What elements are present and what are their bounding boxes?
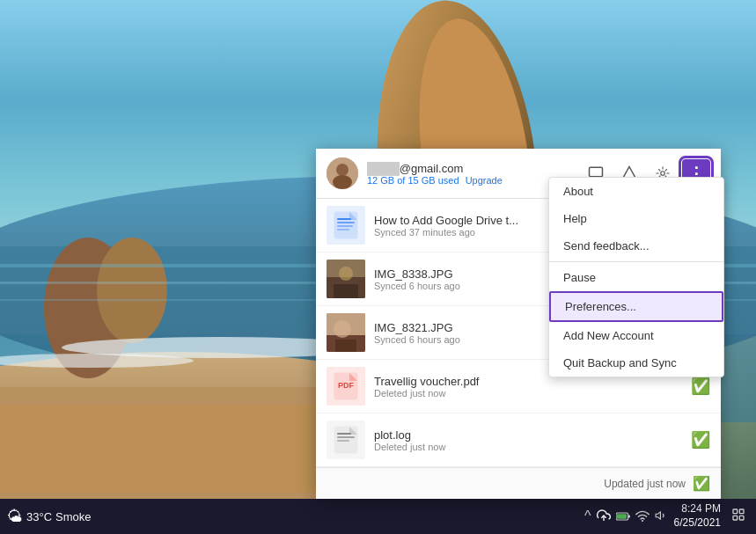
context-menu: About Help Send feedback... Pause Prefer… — [548, 177, 724, 377]
condition-text: Smoke — [55, 510, 91, 523]
svg-rect-26 — [337, 218, 351, 220]
file-name-log: plot.log — [374, 428, 682, 442]
svg-point-24 — [661, 172, 665, 176]
file-thumbnail-img8321 — [327, 313, 365, 352]
svg-text:PDF: PDF — [338, 381, 355, 390]
svg-rect-41 — [337, 433, 351, 435]
svg-point-32 — [339, 267, 353, 281]
weather-icon: 🌤 — [7, 508, 23, 526]
file-info-pdf: Travellig voucher.pdf Deleted just now — [374, 375, 682, 399]
svg-rect-51 — [733, 509, 738, 514]
email-domain: @gmail.com — [400, 162, 463, 175]
menu-item-send-feedback[interactable]: Send feedback... — [549, 232, 723, 260]
svg-point-49 — [642, 520, 643, 522]
menu-item-about[interactable]: About — [549, 178, 723, 205]
svg-rect-53 — [733, 516, 738, 520]
svg-rect-15 — [0, 405, 352, 493]
battery-icon — [616, 509, 630, 523]
storage-text: 12 GB of 15 GB used — [367, 175, 459, 186]
svg-rect-28 — [337, 225, 353, 227]
svg-rect-48 — [616, 514, 626, 519]
panel-header: ████@gmail.com 12 GB of 15 GB used Upgra… — [316, 149, 721, 199]
file-thumbnail-img8338 — [327, 260, 365, 298]
file-thumbnail-log — [327, 421, 365, 459]
svg-rect-54 — [739, 516, 744, 520]
panel-footer: Updated just now ✅ — [316, 467, 721, 499]
svg-point-36 — [334, 320, 351, 338]
account-info: ████@gmail.com 12 GB of 15 GB used Upgra… — [367, 162, 575, 186]
file-status-log: Deleted just now — [374, 442, 682, 452]
file-thumbnail-doc — [327, 206, 365, 245]
svg-rect-37 — [335, 340, 356, 352]
menu-item-preferences[interactable]: Preferences... — [549, 291, 723, 322]
menu-item-quit[interactable]: Quit Backup and Sync — [549, 349, 723, 377]
chevron-up-icon[interactable]: ^ — [584, 508, 591, 524]
taskbar-right: ^ — [584, 502, 749, 530]
menu-item-help[interactable]: Help — [549, 205, 723, 232]
footer-check-icon: ✅ — [693, 475, 710, 492]
time-display: 8:24 PM — [674, 502, 721, 516]
svg-rect-29 — [337, 229, 349, 230]
svg-rect-19 — [590, 167, 603, 177]
file-thumbnail-pdf: PDF — [327, 367, 365, 406]
taskbar-weather: 🌤 33°C Smoke — [7, 508, 92, 526]
file-info-log: plot.log Deleted just now — [374, 428, 682, 452]
svg-rect-47 — [628, 515, 630, 517]
upgrade-link[interactable]: Upgrade — [466, 175, 503, 186]
svg-point-18 — [333, 175, 352, 189]
svg-point-17 — [336, 164, 349, 176]
volume-icon — [655, 509, 667, 524]
menu-item-add-account[interactable]: Add New Account — [549, 322, 723, 349]
taskbar: 🌤 33°C Smoke ^ — [0, 499, 756, 534]
email-display: ████@gmail.com — [367, 162, 575, 175]
file-item-log[interactable]: plot.log Deleted just now ✅ — [316, 413, 721, 467]
taskbar-left: 🌤 33°C Smoke — [7, 508, 584, 526]
cloud-upload-icon[interactable] — [597, 508, 611, 525]
footer-status-text: Updated just now — [604, 478, 686, 490]
file-check-pdf: ✅ — [691, 377, 710, 396]
svg-rect-33 — [334, 284, 358, 298]
system-tray: ^ — [584, 508, 667, 525]
user-avatar — [327, 157, 358, 189]
file-check-log: ✅ — [691, 430, 710, 450]
blurred-prefix: ████ — [367, 162, 400, 175]
svg-rect-43 — [337, 440, 349, 442]
svg-point-9 — [97, 238, 167, 343]
svg-rect-52 — [739, 509, 744, 514]
taskbar-time: 8:24 PM 6/25/2021 — [674, 502, 721, 530]
svg-rect-42 — [337, 436, 355, 438]
menu-divider-1 — [549, 261, 723, 262]
svg-rect-27 — [337, 222, 355, 223]
storage-info: 12 GB of 15 GB used Upgrade — [367, 175, 575, 186]
menu-item-pause[interactable]: Pause — [549, 264, 723, 291]
file-status-pdf: Deleted just now — [374, 388, 682, 399]
wifi-icon — [635, 509, 650, 524]
date-display: 6/25/2021 — [674, 516, 721, 530]
notifications-button[interactable] — [728, 508, 749, 525]
temperature-text: 33°C — [26, 510, 52, 523]
google-drive-popup: ████@gmail.com 12 GB of 15 GB used Upgra… — [316, 149, 721, 499]
svg-marker-50 — [656, 511, 660, 518]
